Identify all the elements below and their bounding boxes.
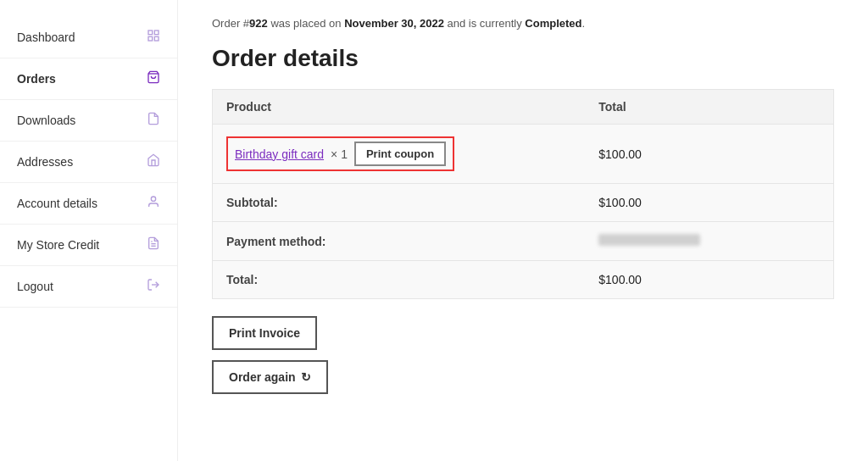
page-title: Order details <box>212 45 834 72</box>
logout-icon <box>147 278 160 295</box>
sidebar-item-logout[interactable]: Logout <box>0 266 177 308</box>
svg-point-5 <box>151 197 155 201</box>
total-header: Total <box>585 90 833 125</box>
sidebar-item-dashboard[interactable]: Dashboard <box>0 17 177 58</box>
order-again-button[interactable]: Order again ↻ <box>212 360 328 394</box>
downloads-icon <box>147 112 160 129</box>
sidebar: Dashboard Orders Downloads Addresses Acc… <box>0 0 178 461</box>
product-link[interactable]: Birthday gift card <box>235 147 324 161</box>
order-date: November 30, 2022 <box>344 17 444 30</box>
refresh-icon: ↻ <box>301 370 311 384</box>
orders-icon <box>147 70 160 87</box>
print-coupon-button[interactable]: Print coupon <box>354 142 446 166</box>
subtotal-label: Subtotal: <box>213 184 586 222</box>
payment-method-row: Payment method: <box>213 222 834 261</box>
total-label: Total: <box>213 261 586 299</box>
action-buttons: Print Invoice Order again ↻ <box>212 316 834 404</box>
product-qty: × 1 <box>331 147 348 161</box>
total-value: $100.00 <box>585 261 833 299</box>
payment-blur <box>598 234 700 246</box>
dashboard-icon <box>147 29 160 46</box>
coupon-wrapper: Birthday gift card × 1 Print coupon <box>226 136 454 171</box>
order-notice: Order #922 was placed on November 30, 20… <box>212 17 834 30</box>
product-total: $100.00 <box>585 125 833 184</box>
print-invoice-button[interactable]: Print Invoice <box>212 316 317 350</box>
sidebar-item-orders[interactable]: Orders <box>0 58 177 100</box>
svg-rect-3 <box>154 36 159 41</box>
subtotal-value: $100.00 <box>585 184 833 222</box>
store-credit-icon <box>147 236 160 253</box>
account-details-icon <box>147 195 160 212</box>
sidebar-item-downloads[interactable]: Downloads <box>0 100 177 142</box>
order-status: Completed <box>525 17 581 30</box>
order-table: Product Total Birthday gift card × 1 Pri… <box>212 89 834 299</box>
product-header: Product <box>213 90 586 125</box>
order-again-label: Order again <box>229 370 296 384</box>
coupon-inner: Birthday gift card × 1 Print coupon <box>235 142 446 166</box>
svg-rect-1 <box>154 31 159 35</box>
subtotal-row: Subtotal: $100.00 <box>213 184 834 222</box>
table-row: Birthday gift card × 1 Print coupon $100… <box>213 125 834 184</box>
svg-rect-2 <box>148 36 153 41</box>
svg-rect-0 <box>148 31 153 35</box>
order-number: 922 <box>249 17 268 30</box>
payment-method-value <box>585 222 833 261</box>
total-row: Total: $100.00 <box>213 261 834 299</box>
addresses-icon <box>147 153 160 170</box>
payment-method-label: Payment method: <box>213 222 586 261</box>
main-content: Order #922 was placed on November 30, 20… <box>178 0 868 461</box>
sidebar-item-account-details[interactable]: Account details <box>0 183 177 225</box>
sidebar-item-store-credit[interactable]: My Store Credit <box>0 225 177 266</box>
sidebar-item-addresses[interactable]: Addresses <box>0 142 177 183</box>
